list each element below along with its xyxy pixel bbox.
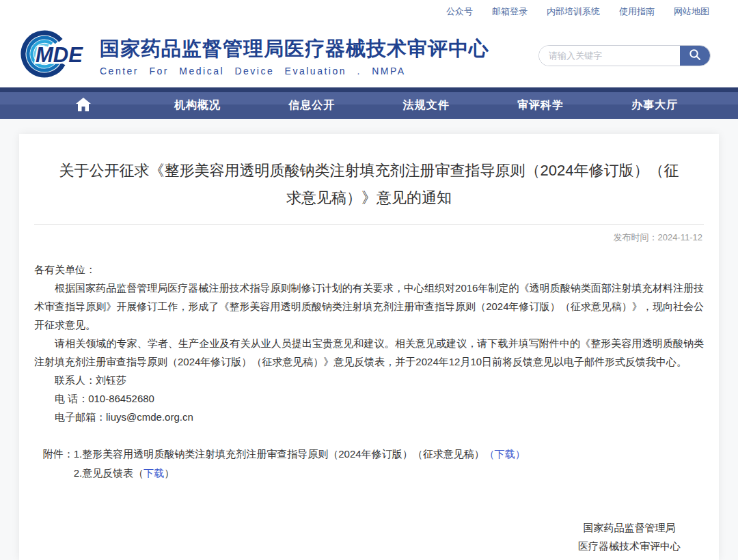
topbar-link-training-system[interactable]: 内部培训系统: [547, 5, 600, 18]
home-icon: [76, 98, 91, 114]
attachments-block: 附件： 1.整形美容用透明质酸钠类注射填充剂注册审查指导原则（2024年修订版）…: [34, 445, 704, 483]
signature-org-2: 医疗器械技术审评中心: [578, 537, 681, 555]
nav-item-about[interactable]: 机构概况: [140, 92, 254, 119]
attachment-1-download-link[interactable]: （下载）: [484, 448, 525, 460]
topbar-link-mail-login[interactable]: 邮箱登录: [492, 5, 528, 18]
signature-org-1: 国家药品监督管理局: [578, 518, 681, 537]
attachment-2-close-paren: ）: [164, 467, 174, 479]
logo-mde-text: MDE: [36, 43, 83, 67]
paragraph: 请相关领域的专家、学者、生产企业及有关从业人员提出宝贵意见和建议。相关意见或建议…: [34, 334, 704, 371]
nav-home[interactable]: [26, 92, 140, 119]
attachment-1-name: 1.整形美容用透明质酸钠类注射填充剂注册审查指导原则（2024年修订版）（征求意…: [74, 448, 484, 460]
main-nav: 机构概况 信息公开 法规文件 审评科学 办事大厅: [0, 87, 738, 119]
nav-item-info-disclosure[interactable]: 信息公开: [255, 92, 369, 119]
org-name-cn: 国家药品监督管理局医疗器械技术审评中心: [100, 36, 538, 63]
attachment-2-download-link[interactable]: 下载: [144, 467, 164, 479]
topbar-link-wechat[interactable]: 公众号: [446, 5, 473, 18]
contact-person: 联系人：刘钰莎: [34, 371, 704, 389]
article-body: 各有关单位： 根据国家药品监督管理局医疗器械注册技术指导原则制修订计划的有关要求…: [34, 260, 704, 483]
nav-item-service-hall[interactable]: 办事大厅: [598, 92, 712, 119]
title-divider: [34, 224, 704, 225]
search-input[interactable]: [539, 46, 680, 66]
publish-time: 发布时间：2024-11-12: [34, 232, 702, 244]
search-icon: [689, 48, 701, 63]
paragraph: 根据国家药品监督管理局医疗器械注册技术指导原则制修订计划的有关要求，中心组织对2…: [34, 279, 704, 334]
site-header: MDE 国家药品监督管理局医疗器械技术审评中心 Center For Medic…: [0, 23, 738, 87]
nav-item-review-science[interactable]: 审评科学: [483, 92, 597, 119]
nav-item-regulations[interactable]: 法规文件: [369, 92, 483, 119]
org-titles: 国家药品监督管理局医疗器械技术审评中心 Center For Medical D…: [100, 34, 538, 76]
contact-email: 电子邮箱：liuys@cmde.org.cn: [34, 408, 704, 426]
attachment-2-name: 2.意见反馈表: [74, 467, 134, 479]
article-card: 关于公开征求《整形美容用透明质酸钠类注射填充剂注册审查指导原则（2024年修订版…: [19, 134, 719, 560]
search-button[interactable]: [680, 46, 710, 66]
cmde-logo-icon: MDE: [19, 27, 96, 83]
contact-phone: 电 话：010-86452680: [34, 389, 704, 408]
attachment-2-open-paren: （: [133, 467, 144, 479]
org-name-en: Center For Medical Device Evaluation . N…: [100, 66, 538, 76]
search-box: [538, 45, 711, 66]
top-utility-bar: 公众号 邮箱登录 内部培训系统 使用指南 网站地图: [0, 0, 738, 23]
topbar-link-user-guide[interactable]: 使用指南: [619, 5, 655, 18]
attachments-label: 附件：: [43, 445, 74, 483]
signature-block: 国家药品监督管理局 医疗器械技术审评中心 2024年11月11日: [578, 518, 681, 560]
article-title: 关于公开征求《整形美容用透明质酸钠类注射填充剂注册审查指导原则（2024年修订版…: [34, 157, 704, 212]
page-main: 关于公开征求《整形美容用透明质酸钠类注射填充剂注册审查指导原则（2024年修订版…: [0, 119, 738, 560]
topbar-link-sitemap[interactable]: 网站地图: [674, 5, 709, 18]
signature-date: 2024年11月11日: [578, 555, 681, 560]
attachment-item: 1.整形美容用透明质酸钠类注射填充剂注册审查指导原则（2024年修订版）（征求意…: [74, 448, 525, 460]
salutation: 各有关单位：: [34, 260, 704, 279]
attachment-item: 2.意见反馈表（下载）: [74, 467, 175, 479]
